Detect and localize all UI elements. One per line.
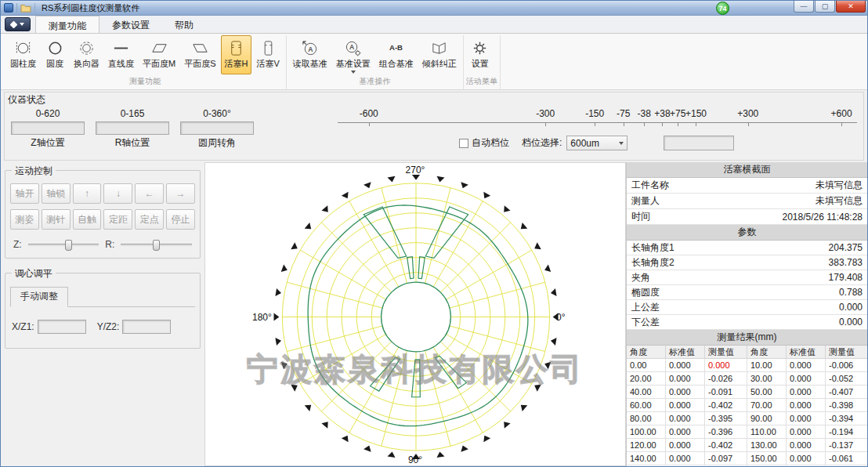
open-file-icon[interactable] [20, 3, 31, 13]
ribbon-button-label: 圆柱度 [10, 59, 36, 69]
motion-button[interactable]: ↓ [103, 183, 132, 204]
minimize-button[interactable]: — [794, 1, 814, 13]
ribbon-button-straightness[interactable]: 直线度 [104, 35, 138, 74]
motion-button[interactable]: 测姿 [10, 209, 39, 230]
svg-text:A: A [349, 43, 354, 51]
motion-button[interactable]: → [166, 183, 195, 204]
close-button[interactable]: ✕ [836, 1, 866, 13]
ruler-mark: -38 [637, 108, 650, 119]
info-value: 383.783 [829, 257, 863, 268]
menu-tab[interactable]: 参数设置 [99, 16, 162, 33]
ribbon-button-cylindricity[interactable]: 圆柱度 [6, 35, 40, 74]
titlebar: RS系列圆柱度仪测量软件 74 — ▢ ✕ [1, 1, 867, 16]
section-header: 活塞横截面 [627, 162, 867, 178]
table-cell: 0.000 [705, 359, 747, 372]
menu-tab[interactable]: 帮助 [162, 16, 206, 33]
app-menu-button[interactable] [5, 17, 31, 31]
group-title: 调心调平 [12, 267, 56, 281]
motion-button[interactable]: 自触 [73, 209, 102, 230]
motion-button[interactable]: ← [135, 183, 164, 204]
leveling-input[interactable] [38, 320, 86, 334]
slider-thumb[interactable] [65, 240, 72, 251]
ruler-mark: +150 [685, 108, 707, 119]
ribbon: 圆柱度圆度换向器直线度平面度M平面度S活塞H活塞V测量功能A读取基准A基准设置A… [1, 33, 867, 90]
table-cell: 40.00 [627, 386, 666, 399]
axis-slider[interactable] [121, 244, 192, 246]
table-cell: 30.00 [747, 372, 787, 386]
table-cell: 0.000 [787, 359, 826, 372]
ruler-tick [748, 122, 749, 126]
table-cell: 0.000 [787, 425, 826, 439]
app-logo-icon [10, 20, 18, 28]
table-row: 40.000.000-0.09150.000.000-0.407 [627, 386, 867, 399]
leveling-field: X/Z1: [12, 320, 86, 334]
ribbon-button-roundness[interactable]: 圆度 [41, 35, 69, 74]
menu-tabs: 测量功能参数设置帮助 [35, 16, 206, 33]
ribbon-button-combined-datum[interactable]: A-B组合基准 [375, 35, 418, 74]
leveling-field-label: Y/Z2: [97, 321, 120, 332]
ruler-tick [678, 122, 678, 126]
svg-text:A: A [309, 45, 313, 53]
motion-button[interactable]: 轴开 [10, 183, 39, 204]
table-header-cell: 测量值 [705, 346, 747, 359]
straightness-icon [112, 38, 130, 59]
slider-thumb[interactable] [153, 240, 160, 251]
table-cell: 0.000 [787, 399, 826, 412]
table-cell: -0.026 [705, 372, 747, 386]
info-row: 测量人未填写信息 [627, 194, 867, 209]
ruler-mark: +38 [654, 108, 670, 119]
motion-button[interactable]: 停止 [166, 209, 195, 230]
axis-slider[interactable] [28, 244, 99, 246]
info-value: 0.000 [839, 302, 863, 313]
leveling-input[interactable] [122, 320, 171, 334]
ribbon-button-flatness-s[interactable]: 平面度S [180, 35, 219, 74]
table-row: 120.000.000-0.402130.000.000-0.137 [627, 439, 867, 452]
ribbon-button-piston-h[interactable]: 活塞H [221, 35, 252, 74]
ribbon-button-flatness-m[interactable]: 平面度M [139, 35, 179, 74]
info-label: 上公差 [631, 301, 660, 314]
instrument-status-panel: 仪器状态 0-620Z轴位置0-165R轴位置0-360°圆周转角 -600-3… [4, 92, 864, 161]
table-cell: -0.396 [705, 425, 747, 439]
table-cell: -0.097 [705, 452, 747, 465]
table-cell: 0.000 [666, 399, 705, 412]
ribbon-button-label: 活塞V [256, 59, 279, 69]
angle-label: 270° [406, 165, 425, 176]
table-cell: -0.398 [826, 399, 867, 412]
motion-button[interactable]: 测针 [42, 209, 71, 230]
ribbon-button-piston-v[interactable]: 活塞V [252, 35, 283, 74]
table-row: 20.000.000-0.02630.000.000-0.052 [627, 372, 867, 386]
checkbox-box-icon[interactable] [459, 139, 468, 148]
app-window: RS系列圆柱度仪测量软件 74 — ▢ ✕ 测量功能参数设置帮助 圆柱度圆度换向… [0, 0, 868, 467]
table-cell: 60.00 [627, 399, 666, 412]
table-cell: 90.00 [747, 412, 787, 425]
leveling-fields: X/Z1:Y/Z2: [10, 306, 195, 340]
slider-label: Z: [13, 239, 22, 250]
maximize-button[interactable]: ▢ [815, 1, 835, 13]
ribbon-button-tilt-correction[interactable]: 倾斜纠正 [418, 35, 461, 74]
ribbon-button-label: 圆度 [46, 59, 63, 69]
info-label: 长轴角度1 [631, 241, 675, 255]
manual-adjust-tab[interactable]: 手动调整 [10, 287, 68, 307]
gear-display-field[interactable] [664, 136, 734, 150]
gear-select-value: 600um [570, 138, 599, 149]
gear-select[interactable]: 600um [566, 136, 627, 150]
ribbon-button-datum-settings[interactable]: A基准设置 [332, 35, 374, 74]
table-header-cell: 标准值 [787, 346, 826, 359]
motion-button[interactable]: 轴锁 [42, 183, 71, 204]
info-value: 0.788 [839, 287, 863, 298]
table-cell: -0.395 [705, 412, 747, 425]
main-area: 运动控制 轴开轴锁↑↓←→ 测姿测针自触定距定点停止 Z:R: 调心调平 手动调… [1, 162, 867, 466]
motion-button[interactable]: 定点 [135, 209, 164, 230]
auto-gear-checkbox[interactable]: 自动档位 [459, 136, 509, 150]
info-row: 长轴角度1204.375 [627, 241, 867, 255]
motion-button[interactable]: ↑ [73, 183, 102, 204]
ribbon-button-settings[interactable]: 设置 [466, 35, 494, 74]
leveling-field-label: X/Z1: [12, 321, 34, 332]
ribbon-button-commutator[interactable]: 换向器 [70, 35, 103, 74]
motion-button[interactable]: 定距 [103, 209, 132, 230]
ribbon-button-read-datum[interactable]: A读取基准 [289, 35, 331, 74]
table-cell: 0.000 [787, 439, 826, 452]
info-value: 未填写信息 [816, 179, 863, 192]
left-panel: 运动控制 轴开轴锁↑↓←→ 测姿测针自触定距定点停止 Z:R: 调心调平 手动调… [1, 162, 204, 466]
menu-tab[interactable]: 测量功能 [35, 16, 99, 34]
